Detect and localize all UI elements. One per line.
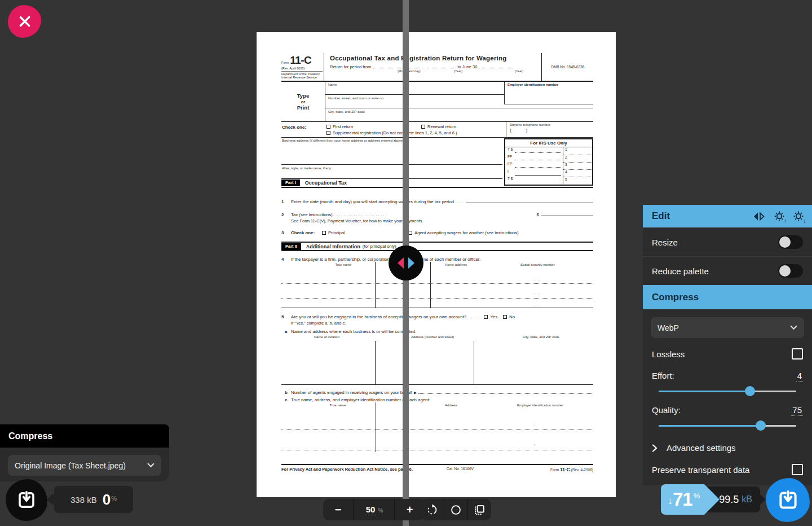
rotate-icon <box>426 504 438 516</box>
resize-toggle[interactable] <box>778 235 803 249</box>
resize-row: Resize <box>643 227 812 256</box>
chevron-down-icon <box>147 463 155 468</box>
zoom-unit: % <box>378 507 383 514</box>
form-word: Form <box>550 468 559 472</box>
advanced-settings-expander[interactable]: Advanced settings <box>651 431 804 453</box>
part1-chip: Part I <box>281 179 300 186</box>
ein-field-label: Employer identification number <box>508 83 558 86</box>
original-size-text: 338 kB <box>70 495 97 505</box>
line-num: 4 <box>281 257 291 262</box>
dot-leader: . . . . . . . . . . . . . . . . . . . . … <box>337 212 534 217</box>
type-word: Type <box>297 93 309 99</box>
paren-open: ( <box>510 128 511 133</box>
line-text: Number of agents engaged in receiving wa… <box>291 390 412 395</box>
download-compressed-button[interactable] <box>766 478 810 522</box>
minus-icon: − <box>335 503 342 516</box>
col-header: True name <box>310 263 377 266</box>
zoom-level-field[interactable]: 50% <box>354 499 394 520</box>
period-to: to June 30, <box>457 64 478 69</box>
part2-paren: (for principal only) <box>363 244 396 249</box>
close-button[interactable] <box>8 5 41 38</box>
renewal-return-label: Renewal return <box>427 124 456 129</box>
zoom-out-button[interactable]: − <box>323 499 353 520</box>
part2-bar: Part II Additional Information (for prin… <box>281 242 593 251</box>
quality-slider[interactable] <box>659 420 796 431</box>
reduce-palette-label: Reduce palette <box>652 266 709 276</box>
result-size: 99.5 <box>719 494 739 506</box>
rotate-button[interactable] <box>421 499 444 520</box>
effort-value-field[interactable]: 4 <box>796 371 803 382</box>
reduce-palette-toggle[interactable] <box>778 264 803 278</box>
line-num: 1 <box>281 199 291 204</box>
download-icon <box>778 490 798 511</box>
check-one-label: Check one: <box>291 230 315 235</box>
gear-up-icon <box>774 211 785 222</box>
form-footer: For Privacy Act and Paperwork Reduction … <box>281 464 593 472</box>
line-2-sub: See Form 11-C(V), Payment Voucher, for h… <box>281 218 593 223</box>
form-number: 11-C <box>290 54 311 66</box>
irs-row-code: FP <box>505 162 513 169</box>
period-year1-label: (Year) <box>454 69 462 73</box>
copy-settings-down-button[interactable]: ↓ <box>793 211 804 222</box>
split-handle[interactable] <box>389 246 423 280</box>
line-num: 3 <box>281 230 284 235</box>
edit-title: Edit <box>652 211 752 222</box>
original-image-select[interactable]: Original Image (Tax Sheet.jpeg) <box>8 455 161 476</box>
form-11c-preview: Form 11-C (Rev. April 2008) Department o… <box>257 32 616 497</box>
original-percent: 0 <box>103 491 111 508</box>
col-header: Employer identification number <box>517 404 563 407</box>
effort-label: Effort: <box>652 371 674 380</box>
fit-view-button[interactable] <box>468 499 491 520</box>
principal-checkbox <box>322 231 326 235</box>
download-icon <box>17 490 36 510</box>
percent-sign: % <box>111 495 117 502</box>
principal-label: Principal <box>328 230 345 235</box>
phone-label: Daytime telephone number <box>510 123 593 126</box>
effort-slider-thumb[interactable] <box>745 386 755 396</box>
dollar-sign: $ <box>537 212 539 217</box>
left-compress-header: Compress <box>0 424 169 448</box>
lossless-checkbox[interactable] <box>792 348 803 360</box>
form-title: Occupational Tax and Registration Return… <box>330 55 538 62</box>
dot-leader: . . . . <box>471 314 479 319</box>
chevron-right-icon <box>652 444 657 452</box>
alias-label: Alias, style, or trade name, if any <box>282 166 331 170</box>
arrow-glyph: ▶ <box>414 391 417 395</box>
right-panel: Edit ↑ <box>643 205 812 485</box>
down-arrow-icon: ↓ <box>668 495 673 507</box>
compress-body: WebP Lossless Effort: 4 Quality: 75 Adva… <box>643 309 812 485</box>
line-letter: a <box>281 329 291 334</box>
lossless-row: Lossless <box>651 338 804 360</box>
irs-row-num: 3 <box>563 162 592 169</box>
agent-checkbox <box>408 231 412 235</box>
download-original-button[interactable] <box>6 479 47 521</box>
circle-icon <box>450 504 462 516</box>
copy-settings-up-button[interactable]: ↑ <box>774 211 785 222</box>
line-5: 5 Are you or will you be engaged in the … <box>281 313 593 319</box>
form-dept: Department of the Treasury <box>281 71 323 76</box>
form-word: Form <box>281 61 289 64</box>
yes-label: Yes <box>490 314 497 319</box>
col-header: Address <box>445 404 457 407</box>
irs-row-code: T $ <box>505 147 513 155</box>
original-scale-button[interactable] <box>444 499 467 520</box>
effort-slider[interactable] <box>659 386 796 396</box>
zoom-toolbar: − 50% + <box>323 499 425 520</box>
mid-block: Business address (if different from your… <box>281 138 593 188</box>
preserve-label: Preserve transparent data <box>652 465 749 475</box>
form-rev: (Rev. 4-2008) <box>571 468 593 472</box>
irs-row-code: T $ <box>505 177 513 184</box>
preserve-checkbox[interactable] <box>792 464 803 475</box>
quality-value-field[interactable]: 75 <box>791 405 803 416</box>
line-5a: a Name and address where each business i… <box>281 328 593 334</box>
result-size-unit: kB <box>742 494 752 505</box>
format-select[interactable]: WebP <box>651 317 804 338</box>
business-address-label: Business address (if different from your… <box>282 139 404 142</box>
irs-row-num: 2 <box>563 155 592 162</box>
line-num: 5 <box>281 314 291 319</box>
quality-slider-thumb[interactable] <box>756 420 766 431</box>
line-2: 2 Tax (see instructions). . . . . . . . … <box>281 210 593 217</box>
line-4-table: True name Home address Social security n… <box>281 262 593 308</box>
resize-label: Resize <box>652 238 678 247</box>
compare-view-icon[interactable] <box>752 212 766 221</box>
